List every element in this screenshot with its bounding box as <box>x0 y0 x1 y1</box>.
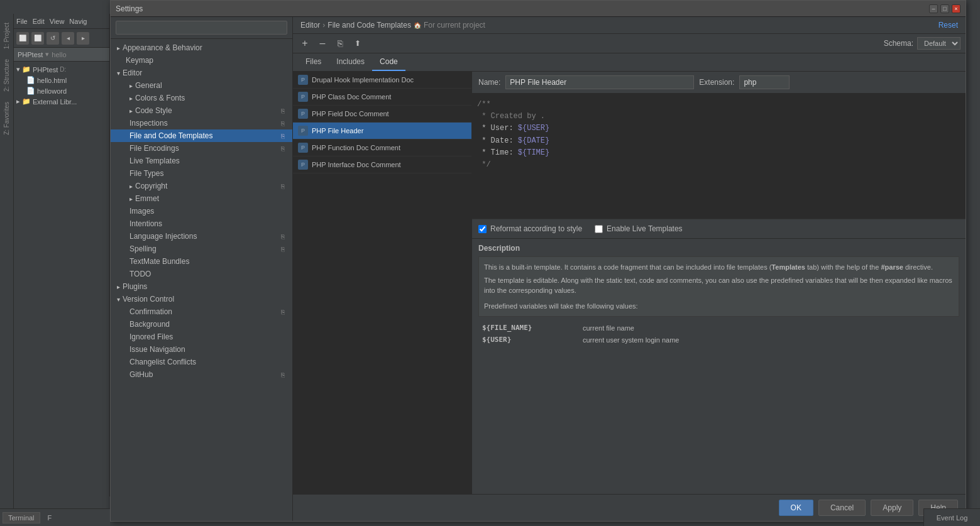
menu-file[interactable]: File <box>16 18 28 25</box>
terminal-tab[interactable]: Terminal <box>3 512 40 523</box>
stree-file-encodings[interactable]: File Encodings ⎘ <box>111 142 292 155</box>
edge-tab-structure[interactable]: 2: Structure <box>2 55 11 96</box>
stree-intentions[interactable]: Intentions <box>111 217 292 230</box>
edge-tab-project[interactable]: 1: Project <box>2 19 11 53</box>
copy-template-button[interactable]: ⎘ <box>333 36 347 50</box>
dialog-min-btn[interactable]: – <box>929 4 938 13</box>
stree-appearance-behavior[interactable]: ▸ Appearance & Behavior <box>111 41 292 54</box>
stree-issue-navigation[interactable]: Issue Navigation <box>111 343 292 356</box>
hello-tab[interactable]: hello <box>52 51 66 58</box>
live-templates-checkbox[interactable] <box>595 225 603 233</box>
tab-code[interactable]: Code <box>372 53 405 71</box>
template-item-php-file-header[interactable]: P PHP File Header <box>293 123 471 140</box>
apply-button[interactable]: Apply <box>871 500 913 516</box>
stree-code-style[interactable]: ▸ Code Style ⎘ <box>111 104 292 117</box>
project-external-lib[interactable]: ▸ 📁 External Libr... <box>14 96 109 107</box>
project-helloword[interactable]: 📄 helloword <box>14 85 109 96</box>
stree-label-language-injections: Language Injections <box>129 232 197 241</box>
ok-button[interactable]: OK <box>779 500 813 516</box>
checkboxes-row: Reformat according to style Enable Live … <box>472 219 966 239</box>
add-template-button[interactable]: + <box>298 36 312 50</box>
reformat-checkbox[interactable] <box>478 225 487 233</box>
var-row-filename: ${FILE_NAME} current file name <box>478 322 959 334</box>
stree-label-github: GitHub <box>129 370 153 379</box>
cancel-button[interactable]: Cancel <box>818 500 866 516</box>
name-input[interactable] <box>505 75 694 89</box>
edge-tab-favorites[interactable]: Z: Favorites <box>2 98 11 154</box>
stree-label-images: Images <box>129 207 154 216</box>
stree-live-templates[interactable]: Live Templates <box>111 155 292 167</box>
stree-textmate[interactable]: TextMate Bundles <box>111 255 292 268</box>
remove-template-button[interactable]: – <box>316 36 329 50</box>
toolbar-icon-5[interactable]: ▸ <box>77 32 89 45</box>
menu-navig[interactable]: Navig <box>69 18 87 25</box>
toolbar-icon-2[interactable]: ⬜ <box>31 32 44 45</box>
move-template-button[interactable]: ⬆ <box>351 36 365 50</box>
event-log-tab[interactable]: Event Log <box>923 508 980 526</box>
stree-version-control[interactable]: ▾ Version Control <box>111 293 292 305</box>
stree-editor[interactable]: ▾ Editor <box>111 67 292 79</box>
bottom-tab-f[interactable]: F <box>43 513 57 523</box>
stree-label-background: Background <box>129 320 170 329</box>
stree-plugins[interactable]: ▸ Plugins <box>111 280 292 293</box>
schema-select[interactable]: Default Project <box>917 37 961 50</box>
toolbar-icon-4[interactable]: ◂ <box>62 32 74 45</box>
stree-github[interactable]: GitHub ⎘ <box>111 368 292 381</box>
stree-copyright[interactable]: ▸ Copyright ⎘ <box>111 180 292 192</box>
code-editor[interactable]: /** * Created by . * User: ${USER} * Dat… <box>472 94 966 219</box>
stree-emmet[interactable]: ▸ Emmet <box>111 192 292 205</box>
stree-spelling[interactable]: Spelling ⎘ <box>111 243 292 255</box>
stree-file-code-templates[interactable]: File and Code Templates ⎘ <box>111 129 292 142</box>
stree-icon-fe: ⎘ <box>278 145 287 152</box>
content-tabs-row: Files Includes Code <box>293 53 966 72</box>
stree-keymap[interactable]: Keymap <box>111 54 292 67</box>
tab-files[interactable]: Files <box>298 53 329 71</box>
menu-edit[interactable]: Edit <box>33 18 45 25</box>
stree-language-injections[interactable]: Language Injections ⎘ <box>111 230 292 243</box>
project-root-row[interactable]: ▾ 📁 PHPtest D: <box>14 64 109 75</box>
stree-todo[interactable]: TODO <box>111 268 292 280</box>
template-item-php-function[interactable]: P PHP Function Doc Comment <box>293 140 471 156</box>
stree-colors-fonts[interactable]: ▸ Colors & Fonts <box>111 92 292 104</box>
menu-view[interactable]: View <box>50 18 65 25</box>
arrow-down-icon: ▾ <box>117 70 120 77</box>
dialog-close-btn[interactable]: × <box>952 4 961 13</box>
reset-button[interactable]: Reset <box>939 21 958 30</box>
project-tab-header[interactable]: PHPtest ▾ hello <box>14 48 109 62</box>
settings-search-input[interactable] <box>116 21 287 35</box>
toolbar-icon-1[interactable]: ⬜ <box>16 32 29 45</box>
stree-icon-copy: ⎘ <box>278 107 287 114</box>
stree-ignored-files[interactable]: Ignored Files <box>111 331 292 343</box>
stree-general[interactable]: ▸ General <box>111 79 292 92</box>
stree-background[interactable]: Background <box>111 318 292 331</box>
stree-confirmation[interactable]: Confirmation ⎘ <box>111 305 292 318</box>
dialog-window-controls: – □ × <box>929 4 961 13</box>
stree-changelist-conflicts[interactable]: Changelist Conflicts <box>111 356 292 368</box>
stree-label-general: General <box>135 81 162 90</box>
stree-label-file-types: File Types <box>129 169 163 178</box>
tab-includes[interactable]: Includes <box>329 53 372 71</box>
template-icon-4: P <box>298 126 308 136</box>
stree-inspections[interactable]: Inspections ⎘ <box>111 117 292 129</box>
edge-tabs-left: 1: Project 2: Structure Z: Favorites <box>0 14 14 510</box>
stree-file-types[interactable]: File Types <box>111 167 292 180</box>
stree-icon-github: ⎘ <box>278 371 287 378</box>
template-item-php-class[interactable]: P PHP Class Doc Comment <box>293 89 471 106</box>
template-item-drupal[interactable]: P Drupal Hook Implementation Doc <box>293 72 471 89</box>
extension-input[interactable] <box>739 75 790 89</box>
project-hello-html[interactable]: 📄 hello.html <box>14 75 109 85</box>
stree-images[interactable]: Images <box>111 205 292 217</box>
phptest-tab[interactable]: PHPtest <box>18 51 43 58</box>
dialog-max-btn[interactable]: □ <box>940 4 949 13</box>
toolbar-icon-3[interactable]: ↺ <box>47 32 59 45</box>
live-templates-checkbox-label[interactable]: Enable Live Templates <box>595 224 683 233</box>
settings-right-panel: Editor › File and Code Templates 🏠 For c… <box>293 17 966 521</box>
template-item-php-field[interactable]: P PHP Field Doc Comment <box>293 106 471 123</box>
ide-toolbar: ⬜ ⬜ ↺ ◂ ▸ <box>14 29 109 48</box>
stree-label-file-encodings: File Encodings <box>129 144 179 153</box>
reformat-checkbox-label[interactable]: Reformat according to style <box>478 224 582 233</box>
folder-icon-ext: 📁 <box>22 97 31 106</box>
name-label: Name: <box>478 78 500 87</box>
template-item-php-interface[interactable]: P PHP Interface Doc Comment <box>293 156 471 173</box>
stree-icon-inspect: ⎘ <box>278 120 287 127</box>
